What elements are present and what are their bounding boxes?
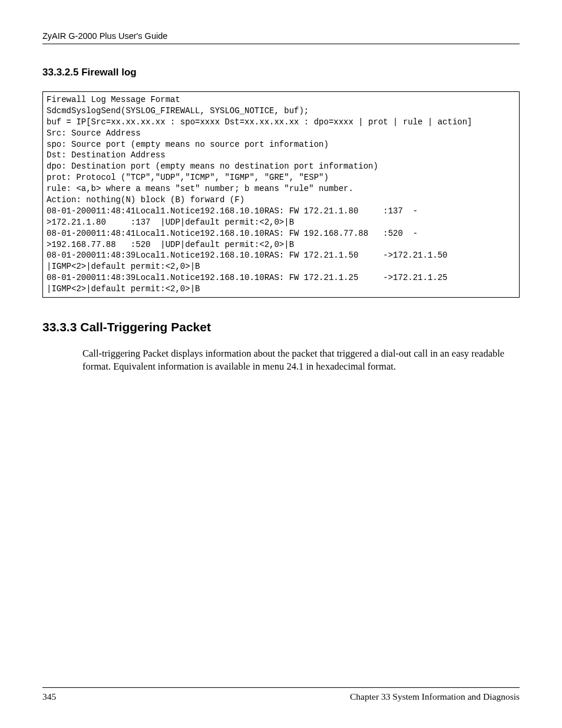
- code-line: Src: Source Address: [47, 128, 515, 139]
- firewall-log-code-block: Firewall Log Message Format SdcmdSyslogS…: [42, 91, 520, 298]
- code-line: |IGMP<2>|default permit:<2,0>|B: [47, 284, 515, 295]
- code-line: Firewall Log Message Format: [47, 94, 515, 106]
- section-heading-call-triggering: 33.3.3 Call-Triggering Packet: [42, 320, 520, 334]
- code-line: spo: Source port (empty means no source …: [47, 139, 515, 150]
- code-line: 08-01-200011:48:41Local1.Notice192.168.1…: [47, 206, 515, 217]
- code-line: Dst: Destination Address: [47, 150, 515, 161]
- code-line: 08-01-200011:48:41Local1.Notice192.168.1…: [47, 228, 515, 239]
- call-triggering-paragraph: Call-triggering Packet displays informat…: [82, 347, 520, 374]
- code-line: prot: Protocol ("TCP","UDP","ICMP", "IGM…: [47, 172, 515, 183]
- section-heading-firewall-log: 33.3.2.5 Firewall log: [42, 67, 520, 78]
- code-line: dpo: Destination port (empty means no de…: [47, 161, 515, 172]
- page-header: ZyAIR G-2000 Plus User's Guide: [42, 31, 520, 44]
- code-line: buf = IP[Src=xx.xx.xx.xx : spo=xxxx Dst=…: [47, 117, 515, 128]
- code-line: SdcmdSyslogSend(SYSLOG_FIREWALL, SYSLOG_…: [47, 106, 515, 117]
- code-line: rule: <a,b> where a means "set" number; …: [47, 183, 515, 195]
- chapter-label: Chapter 33 System Information and Diagno…: [350, 691, 520, 702]
- page-number: 345: [42, 691, 56, 702]
- code-line: >172.21.1.80 :137 |UDP|default permit:<2…: [47, 217, 515, 228]
- guide-title: ZyAIR G-2000 Plus User's Guide: [42, 31, 167, 41]
- code-line: |IGMP<2>|default permit:<2,0>|B: [47, 261, 515, 272]
- code-line: 08-01-200011:48:39Local1.Notice192.168.1…: [47, 272, 515, 284]
- code-line: Action: nothing(N) block (B) forward (F): [47, 195, 515, 206]
- code-line: 08-01-200011:48:39Local1.Notice192.168.1…: [47, 250, 515, 261]
- code-line: >192.168.77.88 :520 |UDP|default permit:…: [47, 239, 515, 251]
- page-footer: 345 Chapter 33 System Information and Di…: [42, 687, 520, 702]
